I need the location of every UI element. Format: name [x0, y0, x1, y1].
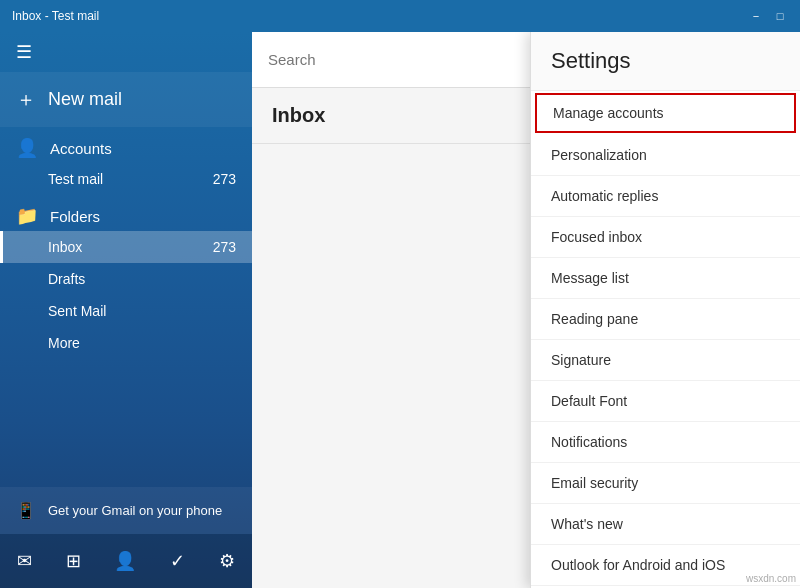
settings-item-focused-inbox[interactable]: Focused inbox — [531, 217, 800, 258]
settings-item-default-font[interactable]: Default Font — [531, 381, 800, 422]
maximize-button[interactable]: □ — [772, 8, 788, 24]
new-mail-icon: ＋ — [16, 86, 36, 113]
sidebar-item-testmail[interactable]: Test mail 273 — [0, 163, 252, 195]
notifications-label: Notifications — [551, 434, 627, 450]
footer-mail-icon[interactable]: ✉ — [9, 546, 40, 576]
settings-list: Manage accounts Personalization Automati… — [531, 91, 800, 588]
folders-label: Folders — [50, 208, 100, 225]
accounts-label: Accounts — [50, 140, 112, 157]
sidebar-item-drafts[interactable]: Drafts — [0, 263, 252, 295]
account-name: Test mail — [48, 171, 103, 187]
automatic-replies-label: Automatic replies — [551, 188, 658, 204]
get-gmail-button[interactable]: 📱 Get your Gmail on your phone — [0, 487, 252, 534]
settings-item-whats-new[interactable]: What's new — [531, 504, 800, 545]
settings-item-manage-accounts[interactable]: Manage accounts — [535, 93, 796, 133]
get-gmail-label: Get your Gmail on your phone — [48, 503, 222, 518]
new-mail-label: New mail — [48, 89, 122, 110]
settings-title: Settings — [531, 32, 800, 91]
sentmail-folder-name: Sent Mail — [48, 303, 106, 319]
settings-item-message-list[interactable]: Message list — [531, 258, 800, 299]
settings-item-notifications[interactable]: Notifications — [531, 422, 800, 463]
manage-accounts-label: Manage accounts — [553, 105, 664, 121]
drafts-folder-name: Drafts — [48, 271, 85, 287]
footer-people-icon[interactable]: 👤 — [106, 546, 144, 576]
footer-settings-icon[interactable]: ⚙ — [211, 546, 243, 576]
sidebar-item-sentmail[interactable]: Sent Mail — [0, 295, 252, 327]
app-body: ☰ ＋ New mail 👤 Accounts Test mail 273 📁 … — [0, 32, 800, 588]
signature-label: Signature — [551, 352, 611, 368]
outlook-android-ios-label: Outlook for Android and iOS — [551, 557, 725, 573]
folders-icon: 📁 — [16, 205, 38, 227]
new-mail-button[interactable]: ＋ New mail — [0, 72, 252, 127]
sidebar-top: ☰ — [0, 32, 252, 72]
window-controls: − □ — [748, 8, 788, 24]
minimize-button[interactable]: − — [748, 8, 764, 24]
more-folder-name: More — [48, 335, 80, 351]
phone-icon: 📱 — [16, 501, 36, 520]
settings-item-signature[interactable]: Signature — [531, 340, 800, 381]
sidebar-footer: ✉ ⊞ 👤 ✓ ⚙ — [0, 534, 252, 588]
message-list-label: Message list — [551, 270, 629, 286]
inbox-folder-name: Inbox — [48, 239, 82, 255]
settings-item-reading-pane[interactable]: Reading pane — [531, 299, 800, 340]
footer-checkmark-icon[interactable]: ✓ — [162, 546, 193, 576]
email-security-label: Email security — [551, 475, 638, 491]
window-title: Inbox - Test mail — [12, 9, 99, 23]
personalization-label: Personalization — [551, 147, 647, 163]
sidebar-item-more[interactable]: More — [0, 327, 252, 359]
default-font-label: Default Font — [551, 393, 627, 409]
hamburger-icon[interactable]: ☰ — [16, 41, 32, 63]
main-content: Inbox Settings Manage accounts Personali… — [252, 32, 800, 588]
folders-section-header: 📁 Folders — [0, 195, 252, 231]
account-count: 273 — [213, 171, 236, 187]
settings-item-automatic-replies[interactable]: Automatic replies — [531, 176, 800, 217]
footer-calendar-icon[interactable]: ⊞ — [58, 546, 89, 576]
inbox-folder-count: 273 — [213, 239, 236, 255]
focused-inbox-label: Focused inbox — [551, 229, 642, 245]
settings-panel: Settings Manage accounts Personalization… — [530, 32, 800, 588]
accounts-section-header: 👤 Accounts — [0, 127, 252, 163]
sidebar: ☰ ＋ New mail 👤 Accounts Test mail 273 📁 … — [0, 32, 252, 588]
settings-item-email-security[interactable]: Email security — [531, 463, 800, 504]
sidebar-item-inbox[interactable]: Inbox 273 — [0, 231, 252, 263]
watermark: wsxdn.com — [746, 573, 796, 584]
sidebar-bottom: 📱 Get your Gmail on your phone ✉ ⊞ 👤 ✓ ⚙ — [0, 487, 252, 588]
title-bar: Inbox - Test mail − □ — [0, 0, 800, 32]
accounts-icon: 👤 — [16, 137, 38, 159]
reading-pane-label: Reading pane — [551, 311, 638, 327]
settings-item-personalization[interactable]: Personalization — [531, 135, 800, 176]
whats-new-label: What's new — [551, 516, 623, 532]
